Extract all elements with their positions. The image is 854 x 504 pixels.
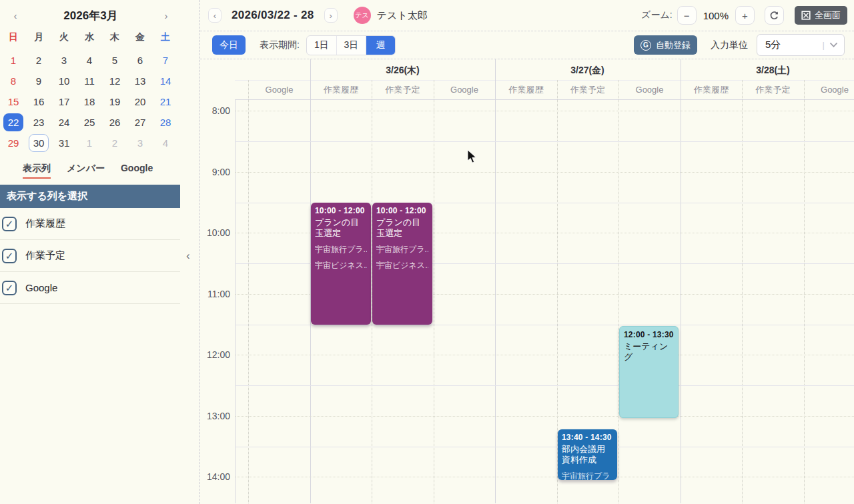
minical-day[interactable]: 3 — [127, 133, 153, 153]
minical-day[interactable]: 19 — [102, 91, 127, 112]
fullscreen-button[interactable]: 全画面 — [795, 6, 847, 25]
grid-line — [235, 99, 236, 503]
minical-day[interactable]: 28 — [153, 112, 178, 133]
minical-day[interactable]: 4 — [153, 133, 178, 153]
day-header: 3/28(土) — [681, 59, 854, 80]
period-label: 表示期間: — [260, 39, 300, 51]
zoom-in-button[interactable]: + — [735, 6, 755, 25]
collapse-sidebar-icon[interactable]: ‹ — [186, 249, 190, 263]
checkbox-row-google[interactable]: ✓ Google — [0, 272, 180, 304]
checkbox-checked-icon[interactable]: ✓ — [2, 281, 17, 295]
minical-day[interactable]: 31 — [51, 133, 77, 153]
checkbox-checked-icon[interactable]: ✓ — [2, 217, 17, 231]
minical-day[interactable]: 21 — [153, 91, 178, 112]
today-button[interactable]: 今日 — [212, 35, 246, 55]
checkbox-row-work-history[interactable]: ✓ 作業履歴 — [0, 208, 180, 240]
minical-day[interactable]: 10 — [51, 71, 77, 91]
minical-title: 2026年3月 — [21, 8, 160, 23]
minical-grid: 日 月 火 水 木 金 土 1 2 3 4 5 6 7 8 9 10 11 12… — [1, 27, 180, 153]
minical-prev-icon[interactable]: ‹ — [9, 10, 21, 21]
minical-day[interactable]: 1 — [77, 133, 102, 153]
minical-day[interactable]: 9 — [26, 71, 51, 91]
event-time: 10:00 - 12:00 — [376, 206, 428, 215]
minical-day[interactable]: 6 — [127, 50, 153, 71]
hour-line — [235, 447, 854, 447]
minical-day[interactable]: 29 — [1, 133, 26, 153]
refresh-button[interactable] — [765, 6, 784, 25]
subcol-header: 作業履歴 — [495, 80, 557, 99]
minical-day[interactable]: 1 — [1, 50, 26, 71]
minical-day[interactable]: 27 — [127, 112, 153, 133]
minical-day[interactable]: 8 — [1, 71, 26, 91]
minical-dow: 月 — [26, 27, 51, 47]
minical-day[interactable]: 3 — [51, 50, 77, 71]
sidebar-tabs: 表示列 メンバー Google — [0, 163, 180, 179]
event-plan-highlight-schedule[interactable]: 10:00 - 12:00 プランの目玉選定 宇宙旅行プラ... 宇宙ビジネス.… — [372, 203, 432, 325]
minical-day[interactable]: 14 — [153, 71, 178, 91]
header-divider — [235, 80, 854, 81]
checkbox-row-work-schedule[interactable]: ✓ 作業予定 — [0, 240, 180, 272]
grid-line — [495, 59, 496, 503]
auto-register-button[interactable]: G 自動登録 — [634, 35, 697, 55]
minical-day-selected[interactable]: 22 — [1, 112, 26, 133]
minical-day[interactable]: 16 — [26, 91, 51, 112]
minical-day[interactable]: 2 — [102, 133, 127, 153]
minical-day[interactable]: 26 — [102, 112, 127, 133]
tab-google[interactable]: Google — [121, 163, 153, 179]
prev-week-button[interactable]: ‹ — [208, 8, 222, 23]
event-time: 12:00 - 13:30 — [624, 330, 674, 339]
main-header: ‹ 2026/03/22 - 28 › テス テスト太郎 ズーム: − 100%… — [200, 0, 854, 31]
minical-day[interactable]: 24 — [51, 112, 77, 133]
grid-line — [434, 80, 434, 503]
tab-display-columns[interactable]: 表示列 — [23, 163, 51, 179]
calendar-week-view[interactable]: 3/26(木) 3/27(金) 3/28(土) Google 作業履歴 作業予定… — [200, 59, 854, 503]
user-avatar: テス — [354, 7, 371, 24]
minical-day[interactable]: 2 — [26, 50, 51, 71]
subcol-header: 作業予定 — [742, 80, 804, 99]
input-unit-select[interactable]: 5分 | — [757, 34, 845, 56]
event-plan-highlight-history[interactable]: 10:00 - 12:00 プランの目玉選定 宇宙旅行プラ... 宇宙ビジネス.… — [311, 203, 371, 325]
period-week-button[interactable]: 週 — [366, 36, 395, 55]
event-tag: 宇宙ビジネス... — [315, 260, 367, 271]
minical-dow: 火 — [51, 27, 77, 47]
grid-line — [681, 59, 681, 503]
minical-dow: 木 — [102, 27, 127, 47]
minical-day[interactable]: 4 — [77, 50, 102, 71]
next-week-button[interactable]: › — [324, 8, 338, 23]
toolbar: 今日 表示期間: 1日 3日 週 G 自動登録 入力単位 5分 | — [200, 31, 854, 59]
minical-day[interactable]: 7 — [153, 50, 178, 71]
minical-next-icon[interactable]: › — [160, 10, 172, 21]
minical-day[interactable]: 23 — [26, 112, 51, 133]
minical-day[interactable]: 13 — [127, 71, 153, 91]
subcol-header: Google — [434, 80, 495, 99]
event-tag: 宇宙ビジネス... — [376, 260, 428, 271]
minical-day[interactable]: 20 — [127, 91, 153, 112]
period-3day-button[interactable]: 3日 — [336, 36, 366, 55]
minical-day[interactable]: 11 — [77, 71, 102, 91]
grid-line — [742, 80, 743, 503]
subcol-header: 作業予定 — [372, 80, 434, 99]
minical-day[interactable]: 5 — [102, 50, 127, 71]
checkbox-label: 作業予定 — [25, 249, 65, 262]
minical-day[interactable]: 17 — [51, 91, 77, 112]
zoom-out-button[interactable]: − — [677, 6, 697, 25]
sidebar-collapse-strip: ‹ — [180, 0, 200, 504]
input-unit-label: 入力単位 — [711, 39, 748, 51]
period-1day-button[interactable]: 1日 — [307, 36, 336, 55]
minical-day[interactable]: 15 — [1, 91, 26, 112]
google-g-icon: G — [640, 40, 651, 51]
header-right: ズーム: − 100% + 全画面 — [641, 6, 847, 25]
tab-members[interactable]: メンバー — [67, 163, 105, 179]
minical-day[interactable]: 12 — [102, 71, 127, 91]
subcol-header: Google — [618, 80, 681, 99]
event-meeting[interactable]: 12:00 - 13:30 ミーティング — [619, 326, 679, 418]
subcol-header: 作業履歴 — [681, 80, 742, 99]
minical-day[interactable]: 25 — [77, 112, 102, 133]
half-hour-line — [235, 416, 854, 417]
minical-dow: 金 — [127, 27, 153, 47]
chevron-down-icon — [829, 42, 838, 48]
minical-day-today[interactable]: 30 — [26, 133, 51, 153]
minical-day[interactable]: 18 — [77, 91, 102, 112]
checkbox-checked-icon[interactable]: ✓ — [2, 249, 17, 263]
event-meeting-materials[interactable]: 13:40 - 14:30 部内会議用資料作成 宇宙旅行プラ 宇宙ビジネス — [558, 429, 617, 480]
